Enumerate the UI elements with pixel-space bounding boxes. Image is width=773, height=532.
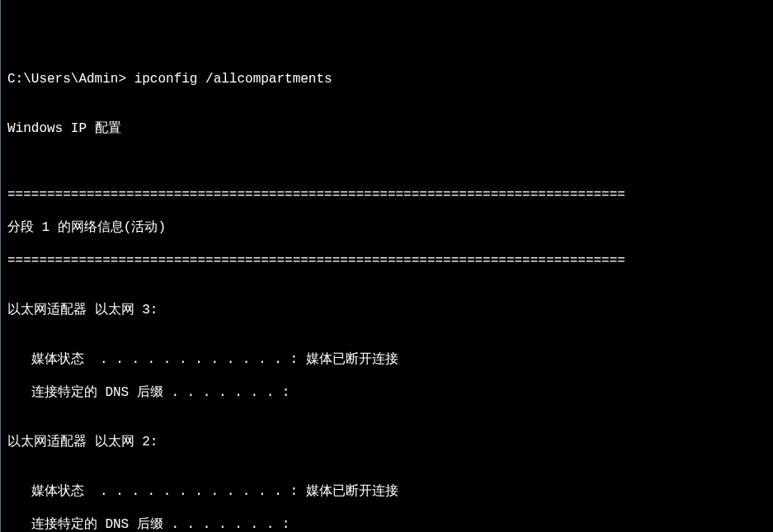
prompt-line: C:\Users\Admin> ipconfig /allcompartment… xyxy=(7,71,766,87)
divider-line: ========================================… xyxy=(7,186,766,203)
adapter-title: 以太网适配器 以太网 2: xyxy=(7,434,766,450)
prompt: C:\Users\Admin> xyxy=(7,72,134,87)
command: ipconfig /allcompartments xyxy=(134,72,332,87)
adapter-title: 以太网适配器 以太网 3: xyxy=(7,302,766,318)
dns-suffix: 连接特定的 DNS 后缀 . . . . . . . : xyxy=(7,384,766,401)
compartment-title: 分段 1 的网络信息(活动) xyxy=(7,219,766,236)
media-state: 媒体状态 . . . . . . . . . . . . : 媒体已断开连接 xyxy=(7,351,766,368)
divider-line: ========================================… xyxy=(7,252,766,269)
ip-config-header: Windows IP 配置 xyxy=(7,120,766,137)
media-state: 媒体状态 . . . . . . . . . . . . : 媒体已断开连接 xyxy=(7,483,766,500)
dns-suffix: 连接特定的 DNS 后缀 . . . . . . . : xyxy=(7,516,766,532)
